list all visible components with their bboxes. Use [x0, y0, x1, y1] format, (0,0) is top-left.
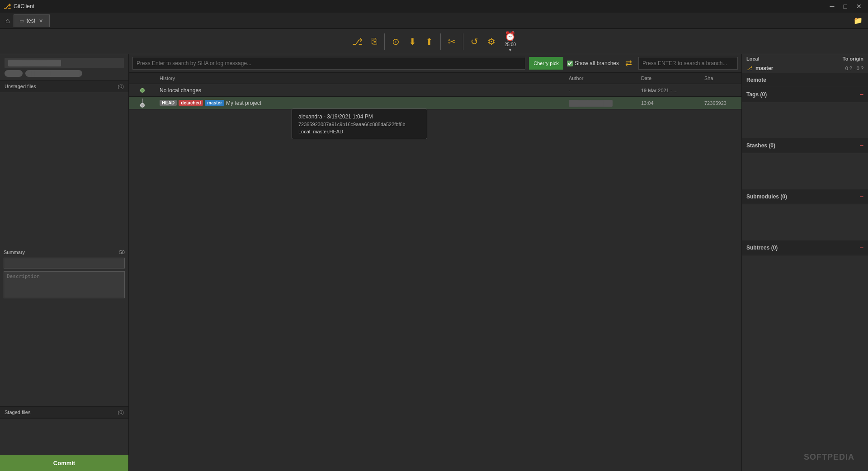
toolbar-push-button[interactable]: ⬆: [422, 33, 437, 50]
tab-close-button[interactable]: ✕: [38, 18, 44, 24]
toolbar-branch-button[interactable]: ⎇: [349, 33, 366, 50]
maximize-button[interactable]: □: [841, 2, 850, 11]
minimize-button[interactable]: ─: [827, 2, 837, 11]
toolbar-stash-button[interactable]: ✂: [444, 33, 459, 50]
table-row[interactable]: HEAD detached master My test project ███…: [129, 97, 741, 109]
commit-button[interactable]: Commit: [0, 455, 128, 471]
branch-icon: ⎇: [352, 36, 363, 47]
graph-line-top: [142, 99, 143, 103]
summary-row: Summary 50: [4, 250, 125, 255]
app-title: GitClient: [14, 3, 34, 9]
toolbar-settings-button[interactable]: ⚙: [484, 33, 499, 50]
softpedia-watermark: SOFTPEDIA: [804, 452, 854, 462]
pull-icon: ⬇: [409, 36, 416, 47]
branch-name-master: master: [755, 65, 773, 71]
description-input[interactable]: [4, 271, 125, 298]
tags-collapse-button[interactable]: −: [860, 91, 863, 98]
cherry-pick-button[interactable]: Cherry pick: [529, 57, 563, 70]
tab-test[interactable]: ▭ test ✕: [14, 14, 50, 27]
branch-name-text: ████████: [8, 60, 61, 66]
timer-icon: ⏰: [505, 31, 516, 42]
remote-section: Remote: [742, 73, 868, 87]
app-icon: ⎇: [4, 3, 11, 10]
toolbar: ⎇ ⎘ ⊙ ⬇ ⬆ ✂ ↺ ⚙ ⏰ 25:00 ▾: [0, 29, 868, 54]
tags-section: Tags (0) −: [742, 87, 868, 102]
refresh-icon: ↺: [471, 36, 478, 47]
history-header: History Author Date Sha: [129, 73, 741, 84]
local-col-header: Local: [746, 56, 760, 61]
stashes-collapse-button[interactable]: −: [860, 142, 863, 149]
timer-dropdown-icon: ▾: [509, 47, 511, 52]
stashes-section-header[interactable]: Stashes (0) −: [742, 138, 868, 153]
fetch-icon: ⊙: [392, 36, 400, 47]
history-sha-2: 72365923: [701, 99, 741, 107]
search-input[interactable]: [132, 57, 525, 70]
search-bar: Cherry pick Show all branches ⇄: [129, 54, 741, 73]
toolbar-timer-button[interactable]: ⏰ 25:00 ▾: [501, 28, 519, 55]
badge-head: HEAD: [160, 100, 177, 106]
col-author-header: Author: [565, 75, 637, 82]
history-author-1: -: [565, 87, 637, 94]
graph-node-2: [140, 103, 145, 108]
commit-form: Summary 50: [0, 246, 128, 407]
stash-icon: ✂: [448, 36, 456, 47]
stashes-section: Stashes (0) −: [742, 138, 868, 153]
tab-label: test: [27, 18, 35, 24]
commit-tooltip: alexandra - 3/19/2021 1:04 PM 7236592308…: [292, 108, 427, 139]
submodules-section-header[interactable]: Submodules (0) −: [742, 189, 868, 204]
status-pill-2: ████████████████: [25, 70, 82, 77]
branch-search-icon-button[interactable]: ⇄: [623, 57, 635, 69]
show-branches-label[interactable]: Show all branches: [567, 60, 619, 66]
badge-master: master: [205, 100, 224, 106]
staged-section-header[interactable]: Staged files (0): [0, 407, 128, 418]
tags-label: Tags (0): [746, 91, 767, 98]
staged-files-area: [0, 419, 128, 455]
history-date-2: 13:04: [637, 99, 701, 107]
toolbar-pull-button[interactable]: ⬇: [405, 33, 420, 50]
subtrees-collapse-button[interactable]: −: [860, 244, 863, 251]
col-sha-header: Sha: [701, 75, 741, 82]
push-icon: ⬆: [425, 36, 433, 47]
staged-count: (0): [118, 410, 124, 415]
summary-count: 50: [119, 250, 125, 255]
table-row[interactable]: No local changes - 19 Mar 2021 - ...: [129, 84, 741, 97]
unstaged-count: (0): [118, 84, 124, 89]
main-area: ████████ ████ ████████████████ Unstaged …: [0, 54, 868, 471]
toolbar-separator-1: [384, 33, 385, 50]
subtrees-label: Subtrees (0): [746, 245, 778, 251]
branch-search-input[interactable]: [638, 57, 738, 70]
submodules-collapse-button[interactable]: −: [860, 193, 863, 200]
submodules-label: Submodules (0): [746, 193, 787, 200]
graph-col-2: [129, 98, 156, 108]
staged-section: Staged files (0): [0, 406, 128, 419]
toolbar-fetch-button[interactable]: ⊙: [388, 33, 403, 50]
unstaged-label: Unstaged files: [5, 84, 36, 89]
tags-section-header[interactable]: Tags (0) −: [742, 87, 868, 102]
subtrees-section-header[interactable]: Subtrees (0) −: [742, 240, 868, 255]
timer-value: 25:00: [505, 42, 516, 47]
branch-row-master[interactable]: ⎇ master 0 ? - 0 ?: [742, 63, 868, 73]
history-message-2: HEAD detached master My test project: [156, 99, 565, 107]
summary-input[interactable]: [4, 258, 125, 268]
branch-active-icon: ⎇: [746, 65, 753, 71]
tags-content-area: [742, 102, 868, 138]
open-folder-button[interactable]: 📁: [854, 16, 863, 25]
settings-icon: ⚙: [487, 36, 495, 47]
tab-icon: ▭: [19, 18, 24, 24]
col-graph-header: [129, 75, 156, 82]
home-button[interactable]: ⌂: [2, 15, 14, 27]
toolbar-clone-button[interactable]: ⎘: [368, 33, 381, 49]
toolbar-separator-2: [440, 33, 441, 50]
col-date-header: Date: [637, 75, 701, 82]
branch-info: ████████ ████ ████████████████: [0, 54, 128, 81]
summary-label: Summary: [4, 250, 25, 255]
unstaged-section-header[interactable]: Unstaged files (0): [0, 81, 128, 92]
status-pill-1: ████: [5, 70, 23, 77]
show-branches-checkbox[interactable]: [567, 61, 573, 66]
toolbar-refresh-button[interactable]: ↺: [467, 33, 482, 50]
close-button[interactable]: ✕: [854, 2, 864, 11]
tooltip-local: Local: master,HEAD: [298, 129, 420, 134]
tabbar: ⌂ ▭ test ✕ 📁: [0, 13, 868, 29]
remote-section-header[interactable]: Remote: [742, 73, 868, 87]
center-panel: Cherry pick Show all branches ⇄ History …: [129, 54, 741, 471]
